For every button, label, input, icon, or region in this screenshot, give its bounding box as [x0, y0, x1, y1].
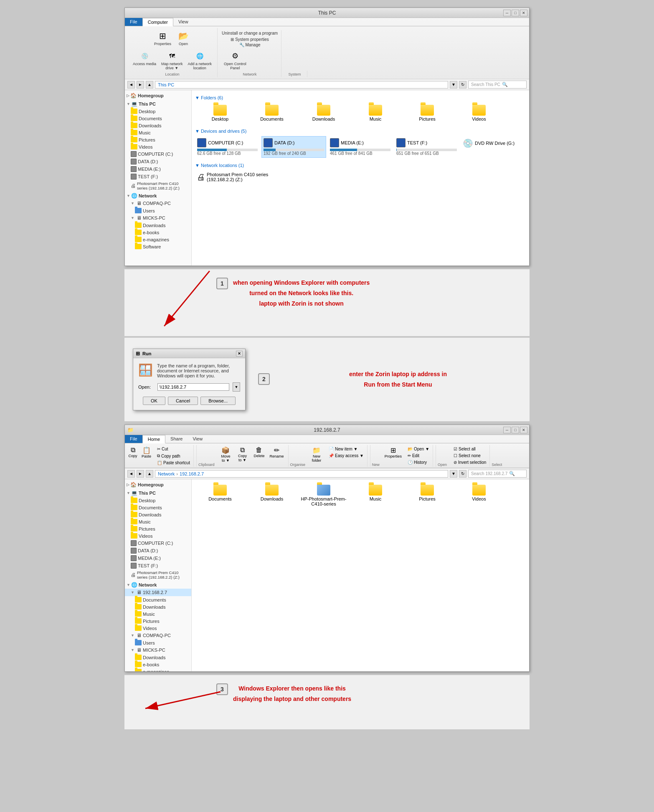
- network-section-header[interactable]: ▼ Network locations (1): [195, 163, 526, 168]
- sidebar2-videos[interactable]: Videos: [125, 532, 191, 539]
- sidebar-documents-1[interactable]: Documents: [125, 115, 191, 122]
- sidebar2-photosmart[interactable]: 🖨 Photosmart Prem C410 series (192.168.2…: [125, 569, 191, 580]
- folder-desktop-1[interactable]: Desktop: [195, 103, 245, 124]
- up-btn-1[interactable]: ▲: [146, 81, 153, 89]
- drive-c[interactable]: COMPUTER (C:) 62.6 GB free of 128 GB: [195, 136, 260, 158]
- sidebar2-data-d[interactable]: DATA (D:): [125, 547, 191, 554]
- sidebar-compaq-pc[interactable]: ▼ 🖥 COMPAQ-PC: [125, 200, 191, 207]
- sidebar2-192-downloads[interactable]: Downloads: [125, 603, 191, 610]
- copy-to-btn[interactable]: ⧉ Copyto ▼: [234, 445, 250, 467]
- sidebar2-test-f[interactable]: TEST (F:): [125, 562, 191, 569]
- folders-section-header[interactable]: ▼ Folders (6): [195, 95, 526, 100]
- open-drop-btn[interactable]: 📂 Open ▼: [406, 446, 431, 452]
- sidebar2-compaq[interactable]: ▼ 🖥 COMPAQ-PC: [125, 632, 191, 639]
- homegroup-header[interactable]: ▷ 🏠 Homegroup: [125, 92, 191, 99]
- sidebar-micks-emags[interactable]: e-magazines: [125, 236, 191, 243]
- run-ok-btn[interactable]: OK: [143, 397, 165, 405]
- sidebar-downloads-1[interactable]: Downloads: [125, 122, 191, 129]
- sidebar2-desktop[interactable]: Desktop: [125, 497, 191, 504]
- properties-btn[interactable]: ⊞ Properties: [152, 29, 173, 47]
- maximize-btn-1[interactable]: □: [512, 10, 519, 16]
- sidebar-computer-c[interactable]: COMPUTER (C:): [125, 150, 191, 158]
- sidebar2-media-e[interactable]: MEDIA (E:): [125, 554, 191, 562]
- run-browse-btn[interactable]: Browse...: [200, 397, 236, 405]
- sidebar-music-1[interactable]: Music: [125, 129, 191, 136]
- drive-g[interactable]: 💿 DVD RW Drive (G:): [461, 136, 525, 158]
- sidebar-videos-1[interactable]: Videos: [125, 143, 191, 150]
- homegroup-header-2[interactable]: ▷ 🏠 Homegroup: [125, 481, 191, 488]
- tab-view-1[interactable]: View: [173, 18, 193, 26]
- move-to-btn[interactable]: 📦 Moveto ▼: [218, 445, 233, 467]
- sidebar-test-f[interactable]: TEST (F:): [125, 173, 191, 180]
- back-btn-2[interactable]: ◄: [127, 470, 135, 478]
- refresh-btn-1[interactable]: ↻: [459, 81, 466, 89]
- drive-d[interactable]: DATA (D:) 192 GB free of 240 GB: [261, 136, 326, 158]
- sidebar2-compaq-users[interactable]: Users: [125, 639, 191, 646]
- new-folder-btn[interactable]: 📁 Newfolder: [309, 445, 324, 467]
- select-none-btn[interactable]: ☐ Select none: [452, 453, 488, 459]
- cut-btn[interactable]: ✂ Cut: [155, 446, 192, 452]
- select-all-btn[interactable]: ☑ Select all: [452, 446, 488, 452]
- path-network[interactable]: Network: [158, 471, 175, 476]
- network-header-2[interactable]: ▼ 🌐 Network: [125, 581, 191, 589]
- edit-btn[interactable]: ✏ Edit: [406, 453, 431, 459]
- easy-access-btn[interactable]: 📌 Easy access ▼: [327, 453, 365, 459]
- sidebar2-documents[interactable]: Documents: [125, 504, 191, 511]
- map-network-btn[interactable]: 🗺 Map networkdrive ▼: [159, 49, 185, 71]
- this-pc-header-2[interactable]: ▼ 💻 This PC: [125, 489, 191, 497]
- dropdown-btn-1[interactable]: ▼: [450, 81, 457, 89]
- folder-music-1[interactable]: Music: [350, 103, 401, 124]
- forward-btn-2[interactable]: ►: [137, 470, 144, 478]
- sidebar2-192-documents[interactable]: Documents: [125, 596, 191, 603]
- maximize-btn-2[interactable]: □: [512, 427, 519, 433]
- folder2-pictures-content[interactable]: Pictures: [402, 483, 452, 508]
- sidebar2-micks-emags[interactable]: e-magazines: [125, 668, 191, 671]
- tab-file-1[interactable]: File: [125, 18, 142, 26]
- dropdown-btn-2[interactable]: ▼: [450, 470, 457, 478]
- minimize-btn-1[interactable]: ─: [503, 10, 511, 16]
- sidebar-micks-ebooks[interactable]: e-books: [125, 229, 191, 236]
- tab-home-2[interactable]: Home: [142, 435, 165, 443]
- sidebar2-pictures[interactable]: Pictures: [125, 525, 191, 532]
- open-control-panel-btn[interactable]: ⚙ Open ControlPanel: [222, 49, 248, 71]
- sidebar2-micks-dl[interactable]: Downloads: [125, 654, 191, 661]
- drive-f[interactable]: TEST (F:) 651 GB free of 651 GB: [394, 136, 459, 158]
- folder-pictures-1[interactable]: Pictures: [402, 103, 452, 124]
- minimize-btn-2[interactable]: ─: [503, 427, 511, 433]
- sidebar-pictures-1[interactable]: Pictures: [125, 136, 191, 143]
- up-btn-2[interactable]: ▲: [146, 470, 153, 478]
- sidebar2-music[interactable]: Music: [125, 518, 191, 525]
- properties-btn-2[interactable]: ⊞ Properties: [383, 445, 403, 467]
- tab-view-2[interactable]: View: [188, 435, 208, 443]
- sidebar-desktop-1[interactable]: Desktop: [125, 108, 191, 115]
- sidebar2-192-videos[interactable]: Videos: [125, 625, 191, 632]
- search-box-1[interactable]: Search This PC 🔍: [468, 81, 527, 89]
- sidebar-photosmart-z[interactable]: 🖨 Photosmart Prem C410 series (192.168.2…: [125, 180, 191, 191]
- forward-btn-1[interactable]: ►: [137, 81, 144, 89]
- sidebar2-computer-c[interactable]: COMPUTER (C:): [125, 539, 191, 547]
- devices-section-header[interactable]: ▼ Devices and drives (5): [195, 129, 526, 134]
- this-pc-header[interactable]: ▼ 💻 This PC: [125, 100, 191, 108]
- paste-shortcut-btn[interactable]: 📋 Paste shortcut: [155, 460, 192, 466]
- copy-btn[interactable]: ⧉ Copy: [127, 445, 139, 467]
- sidebar2-micks[interactable]: ▼ 🖥 MICKS-PC: [125, 646, 191, 654]
- tab-file-2[interactable]: File: [125, 435, 142, 443]
- refresh-btn-2[interactable]: ↻: [459, 470, 466, 478]
- tab-computer-1[interactable]: Computer: [142, 18, 173, 26]
- sidebar-micks-downloads[interactable]: Downloads: [125, 222, 191, 229]
- open-btn[interactable]: 📂 Open: [174, 29, 193, 47]
- search-box-2[interactable]: Search 192.168.2.7 🔍: [468, 470, 527, 478]
- folder2-downloads-content[interactable]: Downloads: [247, 483, 297, 508]
- sidebar2-192-music[interactable]: Music: [125, 610, 191, 617]
- copy-path-btn[interactable]: ⧉ Copy path: [155, 453, 192, 459]
- address-path-1[interactable]: This PC: [155, 81, 448, 89]
- run-input[interactable]: [157, 383, 229, 391]
- sidebar-compaq-users[interactable]: Users: [125, 207, 191, 214]
- network-location-photosmart[interactable]: 🖨 Photosmart Prem C410 series(192.168.2.…: [195, 170, 270, 184]
- sidebar-micks-pc[interactable]: ▼ 🖥 MICKS-PC: [125, 214, 191, 222]
- access-media-btn[interactable]: 💿 Access media: [131, 49, 158, 71]
- paste-btn[interactable]: 📋 Paste: [140, 445, 153, 467]
- run-cancel-btn[interactable]: Cancel: [168, 397, 198, 405]
- folder-videos-1[interactable]: Videos: [454, 103, 504, 124]
- network-header-1[interactable]: ▼ 🌐 Network: [125, 192, 191, 200]
